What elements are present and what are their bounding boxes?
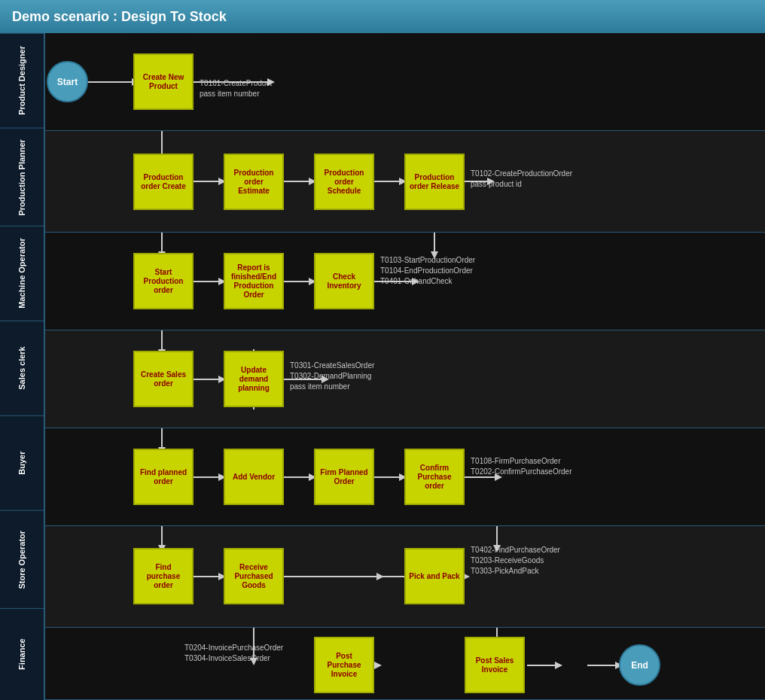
- diagram-area: Start Create New Product T0101-CreatePro…: [45, 33, 765, 700]
- end-node: End: [619, 644, 660, 686]
- page-title: Demo scenario : Design To Stock: [12, 9, 227, 25]
- task-production-order-release[interactable]: Production order Release: [404, 154, 465, 210]
- label-t0301: T0301-CreateSalesOrder T0302-DemandPlann…: [290, 361, 374, 392]
- label-t0108: T0108-FirmPurchaseOrder T0202-ConfirmPur…: [471, 456, 572, 477]
- task-confirm-purchase-order[interactable]: Confirm Purchase order: [404, 449, 465, 505]
- lane-label-buyer: Buyer: [0, 415, 44, 510]
- title-bar: Demo scenario : Design To Stock: [0, 0, 765, 33]
- lane-label-product-designer: Product Designer: [0, 33, 44, 128]
- task-post-sales-invoice[interactable]: Post Sales Invoice: [465, 637, 525, 693]
- task-production-order-schedule[interactable]: Production order Schedule: [314, 154, 374, 210]
- task-report-finish-end[interactable]: Report is finished/End Production Order: [224, 253, 284, 309]
- task-find-purchase-order[interactable]: Find purchase order: [133, 548, 194, 604]
- start-node: Start: [47, 61, 88, 102]
- task-update-demand-planning[interactable]: Update demand planning: [224, 351, 284, 407]
- label-t0402: T0402-FindPurchaseOrder T0203-ReceiveGoo…: [471, 545, 560, 577]
- diagram-container: Product Designer Production Planner Mach…: [0, 33, 765, 700]
- lane-label-store-operator: Store Operator: [0, 510, 44, 609]
- label-t0102: T0102-CreateProductionOrder pass product…: [471, 169, 572, 190]
- label-t0101: T0101-CreateProduct pass item number: [200, 78, 272, 99]
- lane-labels: Product Designer Production Planner Mach…: [0, 33, 45, 700]
- lane-label-finance: Finance: [0, 608, 44, 700]
- task-post-purchase-invoice[interactable]: Post Purchase Invoice: [314, 637, 374, 693]
- label-t0103: T0103-StartProductionOrder T0104-EndProd…: [380, 255, 475, 287]
- task-create-new-product[interactable]: Create New Product: [133, 53, 194, 110]
- task-find-planned-order[interactable]: Find planned order: [133, 449, 194, 505]
- lane-label-machine-operator: Machine Operator: [0, 226, 44, 321]
- task-production-order-create[interactable]: Production order Create: [133, 154, 194, 210]
- task-create-sales-order[interactable]: Create Sales order: [133, 351, 194, 407]
- lane-label-sales-clerk: Sales clerk: [0, 321, 44, 415]
- task-start-production-order[interactable]: Start Production order: [133, 253, 194, 309]
- task-production-order-estimate[interactable]: Production order Estimate: [224, 154, 284, 210]
- task-check-inventory[interactable]: Check Inventory: [314, 253, 374, 309]
- task-add-vendor[interactable]: Add Vendor: [224, 449, 284, 505]
- task-receive-purchased-goods[interactable]: Receive Purchased Goods: [224, 548, 284, 604]
- label-t0204: T0204-InvoicePurchaseOrder T0304-Invoice…: [184, 643, 283, 664]
- task-pick-and-pack[interactable]: Pick and Pack: [404, 548, 465, 604]
- task-firm-planned-order[interactable]: Firm Planned Order: [314, 449, 374, 505]
- lane-label-production-planner: Production Planner: [0, 128, 44, 227]
